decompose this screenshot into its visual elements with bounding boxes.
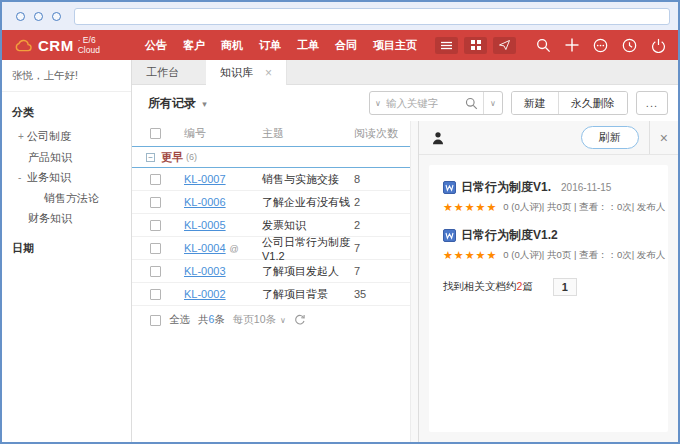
column-header-reads[interactable]: 阅读次数 bbox=[354, 126, 410, 141]
refresh-button[interactable]: 刷新 bbox=[581, 126, 639, 149]
tab-label: 知识库 bbox=[220, 65, 253, 80]
record-link[interactable]: KL-0006 bbox=[184, 196, 226, 208]
keyword-search-box: ∨ ∨ bbox=[369, 91, 503, 115]
sidebar-item-product-knowledge[interactable]: 产品知识 bbox=[2, 147, 131, 167]
table-header-row: 编号 主题 阅读次数 bbox=[132, 121, 410, 147]
table-row: KL-0002 了解项目背景 35 bbox=[132, 283, 410, 306]
table-group-row: − 更早 (6) bbox=[132, 147, 410, 168]
search-icon[interactable] bbox=[536, 38, 551, 53]
tree-label: 销售方法论 bbox=[44, 192, 99, 204]
expand-icon[interactable]: + bbox=[18, 130, 27, 144]
sidebar-item-business-knowledge[interactable]: -业务知识 bbox=[2, 167, 131, 188]
scrollbar-track[interactable] bbox=[410, 121, 418, 442]
doc-result-item[interactable]: 日常行为制度V1. 2016-11-15 ★★★★★ 0 (0人评)| 共0页 … bbox=[443, 179, 654, 214]
select-all-checkbox[interactable] bbox=[150, 128, 161, 139]
tab-close-icon[interactable]: × bbox=[265, 66, 272, 80]
plus-icon[interactable] bbox=[565, 38, 579, 52]
record-link[interactable]: KL-0004 bbox=[184, 242, 226, 254]
record-link[interactable]: KL-0002 bbox=[184, 288, 226, 300]
nav-item-project-home[interactable]: 项目主页 bbox=[373, 38, 417, 53]
chevron-down-icon: ∨ bbox=[280, 316, 286, 325]
row-checkbox[interactable] bbox=[150, 243, 161, 254]
sidebar-item-finance-knowledge[interactable]: 财务知识 bbox=[2, 208, 131, 228]
browser-window: CRM · E/6 Cloud 公告 客户 商机 订单 工单 合同 项目主页 bbox=[0, 0, 680, 444]
search-input[interactable] bbox=[386, 97, 460, 109]
window-control-dot[interactable] bbox=[34, 12, 43, 21]
group-count: (6) bbox=[186, 152, 197, 162]
person-icon bbox=[431, 131, 445, 145]
tree-label: 财务知识 bbox=[28, 212, 72, 224]
word-doc-icon bbox=[443, 229, 456, 242]
sidebar: 张悦，上午好! 分类 +公司制度 产品知识 -业务知识 销售方法论 财务知识 日… bbox=[2, 60, 132, 442]
row-checkbox[interactable] bbox=[150, 289, 161, 300]
star-rating: ★★★★★ bbox=[443, 201, 497, 214]
clock-icon[interactable] bbox=[622, 38, 637, 53]
more-circle-icon[interactable] bbox=[593, 38, 608, 53]
column-header-subject[interactable]: 主题 bbox=[262, 126, 354, 141]
pagination-page-1[interactable]: 1 bbox=[553, 278, 577, 296]
records-filter-dropdown[interactable]: 所有记录 ▾ bbox=[148, 95, 207, 112]
nav-item-contracts[interactable]: 合同 bbox=[335, 38, 357, 53]
doc-title[interactable]: 日常行为制度V1.2 bbox=[461, 227, 558, 244]
table-row: KL-0007 销售与实施交接 8 bbox=[132, 168, 410, 191]
apps-grid-button[interactable] bbox=[464, 37, 487, 54]
refresh-icon[interactable] bbox=[294, 314, 306, 326]
record-link[interactable]: KL-0003 bbox=[184, 265, 226, 277]
chevron-down-icon[interactable]: ∨ bbox=[370, 99, 386, 108]
nav-item-customers[interactable]: 客户 bbox=[183, 38, 205, 53]
header-right-icons bbox=[522, 38, 678, 53]
result-summary-row: 找到相关文档约2篇 1 bbox=[443, 278, 654, 296]
tab-knowledge-base[interactable]: 知识库 × bbox=[206, 60, 287, 85]
cloud-icon bbox=[14, 39, 33, 52]
sidebar-item-sales-methodology[interactable]: 销售方法论 bbox=[2, 188, 131, 208]
record-link[interactable]: KL-0005 bbox=[184, 219, 226, 231]
power-icon[interactable] bbox=[651, 38, 666, 53]
url-bar[interactable] bbox=[74, 8, 670, 25]
tab-label: 工作台 bbox=[146, 65, 179, 80]
doc-stats-text: 0 (0人评)| 共0页 | 查看：：0次| 发布人： bbox=[503, 249, 668, 262]
tab-workbench[interactable]: 工作台 bbox=[132, 60, 206, 84]
window-control-dot[interactable] bbox=[16, 12, 25, 21]
select-all-checkbox[interactable] bbox=[150, 315, 161, 326]
permanent-delete-button[interactable]: 永久删除 bbox=[558, 92, 627, 114]
chevron-down-icon: ▾ bbox=[202, 99, 207, 109]
grid-icon bbox=[471, 40, 481, 50]
close-icon[interactable]: × bbox=[649, 121, 678, 154]
window-control-dot[interactable] bbox=[52, 12, 61, 21]
record-reads: 7 bbox=[354, 265, 410, 277]
tree-label: 业务知识 bbox=[27, 171, 71, 183]
related-docs-panel: 刷新 × 日常行为制度V1. 2016-11-15 bbox=[418, 121, 678, 442]
result-summary-text: 找到相关文档约2篇 bbox=[443, 280, 533, 294]
sidebar-item-company-policies[interactable]: +公司制度 bbox=[2, 126, 131, 147]
nav-item-announcements[interactable]: 公告 bbox=[145, 38, 167, 53]
send-button[interactable] bbox=[493, 37, 516, 54]
record-reads: 35 bbox=[354, 288, 410, 300]
more-actions-button[interactable]: ... bbox=[636, 91, 668, 115]
nav-item-tickets[interactable]: 工单 bbox=[297, 38, 319, 53]
category-section-header: 分类 bbox=[2, 92, 131, 126]
nav-item-orders[interactable]: 订单 bbox=[259, 38, 281, 53]
row-checkbox[interactable] bbox=[150, 197, 161, 208]
row-checkbox[interactable] bbox=[150, 174, 161, 185]
table-row: KL-0003 了解项目发起人 7 bbox=[132, 260, 410, 283]
doc-title[interactable]: 日常行为制度V1. bbox=[461, 179, 551, 196]
table-row: KL-0004@ 公司日常行为制度V1.2 7 bbox=[132, 237, 410, 260]
record-link[interactable]: KL-0007 bbox=[184, 173, 226, 185]
column-header-id[interactable]: 编号 bbox=[184, 126, 262, 141]
search-icon[interactable] bbox=[460, 97, 483, 110]
doc-result-item[interactable]: 日常行为制度V1.2 ★★★★★ 0 (0人评)| 共0页 | 查看：：0次| … bbox=[443, 227, 654, 262]
collapse-icon[interactable]: - bbox=[18, 171, 27, 185]
row-checkbox[interactable] bbox=[150, 266, 161, 277]
select-all-label[interactable]: 全选 bbox=[169, 313, 190, 327]
brand-suffix: · E/6 Cloud bbox=[78, 35, 119, 55]
record-reads: 2 bbox=[354, 219, 410, 231]
per-page-select[interactable]: 每页10条∨ bbox=[233, 313, 286, 327]
list-menu-button[interactable] bbox=[435, 37, 458, 54]
chevron-down-icon[interactable]: ∨ bbox=[483, 92, 502, 114]
new-button[interactable]: 新建 bbox=[512, 92, 558, 114]
nav-item-opportunities[interactable]: 商机 bbox=[221, 38, 243, 53]
related-docs-card: 日常行为制度V1. 2016-11-15 ★★★★★ 0 (0人评)| 共0页 … bbox=[429, 165, 668, 432]
row-checkbox[interactable] bbox=[150, 220, 161, 231]
group-collapse-icon[interactable]: − bbox=[146, 153, 155, 162]
panel-header: 刷新 × bbox=[419, 121, 678, 155]
